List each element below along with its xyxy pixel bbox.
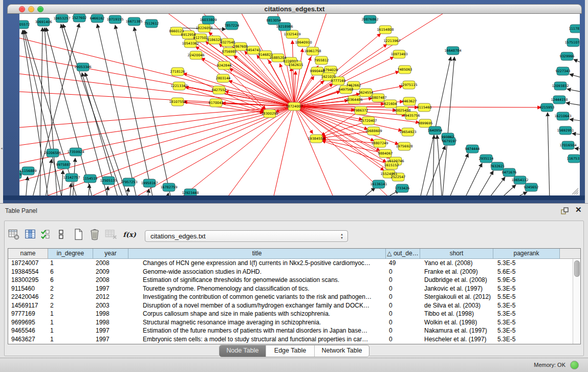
cell: Nakamura et al. (1997) [420,326,493,335]
network-edge[interactable] [448,154,468,195]
network-edge[interactable] [70,183,71,195]
table-row[interactable]: 1938455462009Genome-wide association stu… [8,268,580,276]
network-edge[interactable] [548,113,550,195]
network-edge[interactable] [134,27,171,195]
network-edge[interactable] [567,89,580,93]
table-row[interactable]: 1830029562008Estimation of significance … [8,276,580,285]
network-edge[interactable] [359,188,375,195]
node-label: 9327548 [221,40,235,45]
splitter-collapse-arrow-icon[interactable]: ◂ [0,146,3,150]
network-edge[interactable] [97,24,137,195]
scrollbar-thumb[interactable] [574,260,580,277]
cell: 19384554 [8,268,48,276]
node-label: 1733426 [395,186,410,190]
table-row[interactable]: 946554611997Estimation of the future num… [8,326,580,335]
column-header-out_de[interactable]: △ out_de… [386,249,420,259]
float-panel-icon[interactable] [560,207,570,215]
cell: 2012 [93,293,128,301]
table-type-tabs: Node TableEdge TableNetwork Table [219,345,369,357]
function-builder-icon[interactable]: f(x) [123,228,136,241]
network-edge[interactable] [442,57,454,195]
cell: Investigating the contribution of common… [128,293,386,301]
network-edge[interactable] [487,177,505,195]
network-edge[interactable] [19,106,294,151]
node-label: 10543362 [182,41,199,46]
delete-table-icon[interactable] [104,228,118,241]
column-header-in_degree[interactable]: in_degree [48,249,93,259]
column-header-title[interactable]: title [128,249,386,259]
table-row[interactable]: 946362711997Embryonic stem cells: a mode… [8,335,580,344]
delete-trash-icon[interactable] [88,228,101,241]
network-edge[interactable] [294,76,314,106]
network-edge[interactable] [88,184,90,195]
network-canvas[interactable]: 1872400786601238912954182260589127502105… [19,14,580,195]
network-edge[interactable] [510,192,527,195]
network-edge[interactable] [322,121,368,137]
column-header-year[interactable]: year [93,249,128,259]
table-row[interactable]: 2242004622012Investigating the contribut… [8,293,580,301]
table-selector-dropdown[interactable]: citations_edges.txt ▲▼ [145,230,348,242]
node-label: 9474444 [465,147,480,151]
network-edge[interactable] [19,69,294,106]
table-row[interactable]: 1872400712008Changes of HCN gene express… [8,259,580,268]
cell: 9699695 [8,318,48,327]
tab-edge-table[interactable]: Edge Table [266,345,314,357]
network-edge[interactable] [45,159,52,195]
close-panel-icon[interactable]: ✕ [575,205,582,214]
table-scrollbar[interactable] [573,259,580,344]
node-label: 29053346 [74,65,91,69]
tab-node-table[interactable]: Node Table [220,345,266,357]
network-edge[interactable] [572,134,580,135]
network-edge[interactable] [61,170,63,195]
network-edge[interactable] [570,74,580,79]
network-edge[interactable] [127,188,128,195]
table-settings-icon[interactable] [7,228,20,241]
network-edge[interactable] [167,193,168,195]
node-label: 18807249 [371,141,388,145]
table-header-row: namein_degreeyeartitle△ out_de…shortpage… [8,249,580,259]
node-label: 1562615 [289,63,303,67]
citation-network-graph[interactable]: 1872400786601238912954182260589127502105… [19,14,580,195]
network-edge[interactable] [575,148,580,149]
network-edge[interactable] [19,106,294,192]
tab-network-table[interactable]: Network Table [314,345,369,357]
window-resize-grip[interactable] [572,188,578,194]
network-edge[interactable] [566,103,580,106]
network-window-titlebar[interactable]: citations_edges.txt [7,4,582,14]
cell: 1 [48,310,93,318]
node-label: 1117834 [569,27,580,31]
node-label: 20364486 [345,98,362,102]
table-row[interactable]: 911546021997Tourette syndrome. Phenomeno… [8,285,580,293]
table-row[interactable]: 969969511998Structural magnetic resonanc… [8,318,580,327]
toggle-rows-icon[interactable] [54,228,68,241]
network-edge[interactable] [425,146,445,195]
table-row[interactable]: 1456911722003Disruption of a novel membe… [8,301,580,310]
table-row[interactable]: 977716911998Corpus callosum shape and si… [8,310,580,318]
network-edge[interactable] [19,49,294,106]
network-edge[interactable] [498,185,516,195]
new-document-icon[interactable] [72,228,85,241]
column-header-short[interactable]: short [420,249,493,259]
cell: 2008 [93,276,128,285]
column-header-name[interactable]: name [8,249,48,259]
column-header-pagerank[interactable]: pagerank [493,249,560,259]
network-edge[interactable] [570,119,580,122]
select-all-check-icon[interactable] [39,228,52,241]
node-table[interactable]: namein_degreeyeartitle△ out_de…shortpage… [8,248,581,344]
network-edge[interactable] [19,28,294,106]
network-edge[interactable] [574,59,580,65]
cell: 6 [48,276,93,285]
network-edge[interactable] [433,135,434,195]
cell: 5.9E-5 [493,276,560,285]
network-edge[interactable] [46,28,93,195]
network-edge[interactable] [476,171,493,195]
cell: 5.3E-5 [493,335,560,344]
network-edge[interactable] [271,106,294,195]
memory-ok-indicator-icon[interactable] [570,361,579,369]
network-edge[interactable] [115,25,154,195]
network-edge[interactable] [464,163,482,195]
cell: 5.3E-5 [493,285,560,293]
cell: 18724007 [8,259,48,268]
network-edge[interactable] [169,106,294,195]
select-columns-icon[interactable] [24,228,37,241]
